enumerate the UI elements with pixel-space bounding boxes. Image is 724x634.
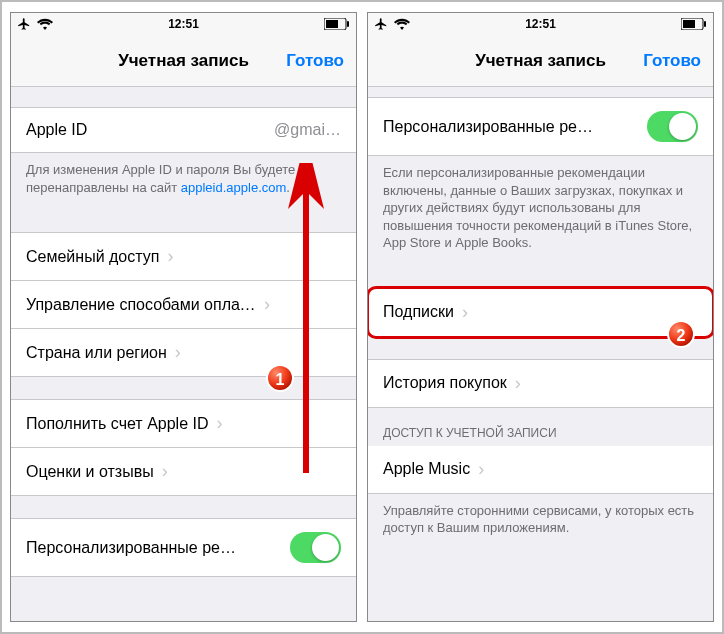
ratings-reviews-row[interactable]: Оценки и отзывы ›: [11, 448, 356, 496]
account-access-header: ДОСТУП К УЧЕТНОЙ ЗАПИСИ: [368, 408, 713, 446]
account-access-footer: Управляйте сторонними сервисами, у котор…: [368, 494, 713, 551]
chevron-right-icon: ›: [162, 461, 168, 482]
chevron-right-icon: ›: [167, 246, 173, 267]
payment-methods-row[interactable]: Управление способами оплаты ›: [11, 281, 356, 329]
airplane-mode-icon: [17, 17, 31, 31]
family-sharing-row[interactable]: Семейный доступ ›: [11, 232, 356, 281]
svg-rect-1: [326, 20, 338, 28]
apple-music-row[interactable]: Apple Music ›: [368, 446, 713, 494]
chevron-right-icon: ›: [462, 302, 468, 323]
clock-label: 12:51: [168, 17, 199, 31]
apple-id-row[interactable]: Apple ID @gmai…: [11, 107, 356, 153]
wifi-icon: [394, 18, 410, 30]
purchase-history-row[interactable]: История покупок ›: [368, 359, 713, 408]
battery-icon: [324, 18, 350, 30]
wifi-icon: [37, 18, 53, 30]
nav-bar: Учетная запись Готово: [368, 35, 713, 87]
nav-title: Учетная запись: [118, 51, 249, 71]
nav-title: Учетная запись: [475, 51, 606, 71]
chevron-right-icon: ›: [217, 413, 223, 434]
svg-rect-7: [683, 20, 695, 28]
appleid-link[interactable]: appleid.apple.com: [181, 180, 287, 195]
personalized-recommendations-row[interactable]: Персонализированные ре…: [11, 518, 356, 577]
apple-id-label: Apple ID: [26, 121, 87, 139]
clock-label: 12:51: [525, 17, 556, 31]
personalized-switch[interactable]: [647, 111, 698, 142]
done-button[interactable]: Готово: [643, 51, 701, 71]
status-bar: 12:51: [11, 13, 356, 35]
phone-left: 12:51 Учетная запись Готово Apple ID @gm…: [10, 12, 357, 622]
phone-right: 12:51 Учетная запись Готово Персонализир…: [367, 12, 714, 622]
airplane-mode-icon: [374, 17, 388, 31]
apple-id-footer: Для изменения Apple ID и пароля Вы будет…: [11, 153, 356, 210]
content-scroll-right[interactable]: Персонализированные ре… Если персонализи…: [368, 87, 713, 621]
personalized-recommendations-row[interactable]: Персонализированные ре…: [368, 97, 713, 156]
topup-apple-id-row[interactable]: Пополнить счет Apple ID ›: [11, 399, 356, 448]
subscriptions-row[interactable]: Подписки ›: [368, 288, 713, 337]
content-scroll-left[interactable]: Apple ID @gmai… Для изменения Apple ID и…: [11, 87, 356, 621]
country-region-row[interactable]: Страна или регион ›: [11, 329, 356, 377]
chevron-right-icon: ›: [478, 459, 484, 480]
personalized-switch[interactable]: [290, 532, 341, 563]
status-bar: 12:51: [368, 13, 713, 35]
battery-icon: [681, 18, 707, 30]
apple-id-value: @gmai…: [274, 121, 341, 139]
nav-bar: Учетная запись Готово: [11, 35, 356, 87]
chevron-right-icon: ›: [515, 373, 521, 394]
personalized-footer: Если персонализированные рекомендации вк…: [368, 156, 713, 266]
svg-rect-2: [347, 21, 349, 27]
svg-rect-8: [704, 21, 706, 27]
done-button[interactable]: Готово: [286, 51, 344, 71]
chevron-right-icon: ›: [175, 342, 181, 363]
chevron-right-icon: ›: [264, 294, 270, 315]
